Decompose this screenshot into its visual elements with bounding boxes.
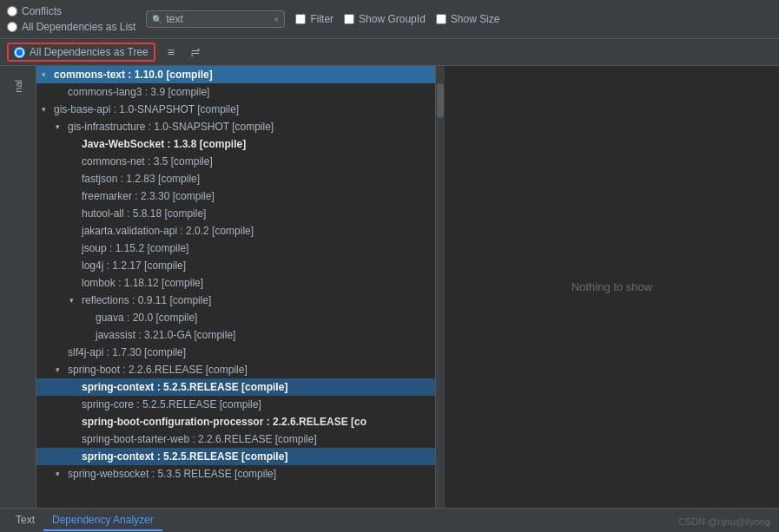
tree-item-label: guava : 20.0 [compile] xyxy=(96,312,197,324)
tree-item[interactable]: slf4j-api : 1.7.30 [compile] xyxy=(36,344,435,361)
tree-item[interactable]: spring-context : 5.2.5.RELEASE [compile] xyxy=(36,378,435,396)
sort-icon-button[interactable]: ≡ xyxy=(164,43,178,61)
tree-item-label: reflections : 0.9.11 [compile] xyxy=(82,294,211,306)
tree-item[interactable]: spring-context : 5.2.5.RELEASE [compile] xyxy=(36,448,435,465)
tree-item[interactable]: hutool-all : 5.8.18 [compile] xyxy=(36,205,435,222)
sidebar-vertical-label: nal xyxy=(13,80,23,93)
tree-arrow-icon: ▾ xyxy=(56,470,68,478)
tree-item-label: freemarker : 2.3.30 [compile] xyxy=(82,190,215,202)
filter-label: Filter xyxy=(310,13,333,25)
tree-item-label: commons-lang3 : 3.9 [compile] xyxy=(68,86,209,98)
show-size-checkbox[interactable] xyxy=(436,14,446,24)
tree-item-label: gis-infrastructure : 1.0-SNAPSHOT [compi… xyxy=(68,121,274,133)
tree-item[interactable]: jakarta.validation-api : 2.0.2 [compile] xyxy=(36,222,435,240)
tree-item-label: jakarta.validation-api : 2.0.2 [compile] xyxy=(82,225,254,237)
tree-item-label: spring-context : 5.2.5.RELEASE [compile] xyxy=(82,381,287,393)
tree-item[interactable]: spring-boot-starter-web : 2.2.6.RELEASE … xyxy=(36,430,435,448)
conflicts-label: Conflicts xyxy=(22,5,62,17)
watermark: CSDN @njnu@liyong xyxy=(678,516,770,527)
tree-item[interactable]: ▾spring-websocket : 5.3.5 RELEASE [compi… xyxy=(36,465,435,483)
tree-item-label: fastjson : 1.2.83 [compile] xyxy=(82,173,200,185)
all-deps-tree-radio[interactable] xyxy=(14,47,25,58)
search-input[interactable] xyxy=(166,13,270,25)
show-groupid-label: Show GroupId xyxy=(359,13,426,25)
tree-item-label: spring-core : 5.2.5.RELEASE [compile] xyxy=(82,398,261,410)
tree-item[interactable]: ▾commons-text : 1.10.0 [compile] xyxy=(36,66,435,83)
tree-item-label: jsoup : 1.15.2 [compile] xyxy=(82,242,188,254)
split-panel: ▾commons-text : 1.10.0 [compile]commons-… xyxy=(36,66,779,508)
empty-text: Nothing to show xyxy=(571,280,652,293)
tree-item[interactable]: freemarker : 2.3.30 [compile] xyxy=(36,187,435,205)
tree-arrow-icon: ▾ xyxy=(42,70,54,79)
bottom-tab-text[interactable]: Text xyxy=(7,510,43,531)
tree-arrow-icon: ▾ xyxy=(56,365,68,374)
detail-panel: Nothing to show xyxy=(445,66,779,508)
tree-item[interactable]: spring-boot-configuration-processor : 2.… xyxy=(36,413,435,430)
tree-item[interactable]: fastjson : 1.2.83 [compile] xyxy=(36,170,435,187)
tree-item[interactable]: ▾spring-boot : 2.2.6.RELEASE [compile] xyxy=(36,361,435,378)
right-scrollbar[interactable] xyxy=(436,66,445,508)
tree-item-label: spring-boot-configuration-processor : 2.… xyxy=(82,416,366,428)
show-size-checkbox-item[interactable]: Show Size xyxy=(436,13,500,25)
show-groupid-checkbox[interactable] xyxy=(344,14,354,24)
tree-item[interactable]: jsoup : 1.15.2 [compile] xyxy=(36,240,435,257)
search-clear-button[interactable]: × xyxy=(274,14,279,24)
filter-checkbox-item[interactable]: Filter xyxy=(295,13,333,25)
tree-item[interactable]: commons-lang3 : 3.9 [compile] xyxy=(36,83,435,101)
tree-item-label: spring-boot : 2.2.6.RELEASE [compile] xyxy=(68,364,248,376)
main-container: Conflicts All Dependencies as List 🔍 × F… xyxy=(0,0,779,532)
toolbar-row1: Conflicts All Dependencies as List 🔍 × F… xyxy=(0,0,779,39)
show-groupid-checkbox-item[interactable]: Show GroupId xyxy=(344,13,426,25)
left-sidebar: nal xyxy=(0,66,36,508)
tree-item[interactable]: javassist : 3.21.0-GA [compile] xyxy=(36,326,435,344)
tree-arrow-icon: ▾ xyxy=(56,122,68,131)
tree-item-label: javassist : 3.21.0-GA [compile] xyxy=(96,329,235,341)
tree-arrow-icon: ▾ xyxy=(69,296,82,305)
tree-item-label: hutool-all : 5.8.18 [compile] xyxy=(82,207,206,220)
sort-alt-icon: ≓ xyxy=(190,45,201,59)
all-deps-tree-label: All Dependencies as Tree xyxy=(30,46,149,58)
tree-item-label: slf4j-api : 1.7.30 [compile] xyxy=(68,346,186,358)
sort-alt-icon-button[interactable]: ≓ xyxy=(187,43,204,61)
tree-item-label: commons-net : 3.5 [compile] xyxy=(82,155,213,167)
filter-checkbox[interactable] xyxy=(295,14,306,24)
tree-item-label: commons-text : 1.10.0 [compile] xyxy=(54,69,213,81)
bottom-tab-dependency-analyzer[interactable]: Dependency Analyzer xyxy=(43,510,162,531)
tree-item[interactable]: guava : 20.0 [compile] xyxy=(36,309,435,326)
tree-item-label: spring-context : 5.2.5.RELEASE [compile] xyxy=(82,450,287,463)
search-icon: 🔍 xyxy=(152,15,162,24)
show-size-label: Show Size xyxy=(451,13,500,25)
radio-group: Conflicts All Dependencies as List xyxy=(7,5,135,33)
all-deps-tree-radio-highlighted[interactable]: All Dependencies as Tree xyxy=(7,43,155,62)
all-deps-list-radio[interactable]: All Dependencies as List xyxy=(7,21,135,33)
tree-item-label: log4j : 1.2.17 [compile] xyxy=(82,259,186,272)
tree-item[interactable]: ▾reflections : 0.9.11 [compile] xyxy=(36,292,435,309)
tree-arrow-icon: ▾ xyxy=(42,105,54,114)
scrollbar-thumb[interactable] xyxy=(437,83,444,118)
tree-item-label: spring-websocket : 5.3.5 RELEASE [compil… xyxy=(68,468,276,480)
tree-item[interactable]: ▾gis-infrastructure : 1.0-SNAPSHOT [comp… xyxy=(36,118,435,135)
sort-icon: ≡ xyxy=(168,45,175,59)
tree-item[interactable]: ▾gis-base-api : 1.0-SNAPSHOT [compile] xyxy=(36,101,435,118)
tree-item-label: gis-base-api : 1.0-SNAPSHOT [compile] xyxy=(54,103,239,115)
tree-item[interactable]: Java-WebSocket : 1.3.8 [compile] xyxy=(36,135,435,153)
conflicts-radio[interactable]: Conflicts xyxy=(7,5,135,17)
tree-item[interactable]: commons-net : 3.5 [compile] xyxy=(36,153,435,170)
checkbox-group: Filter Show GroupId Show Size xyxy=(295,13,499,25)
toolbar-row2: All Dependencies as Tree ≡ ≓ xyxy=(0,39,779,66)
tree-item-label: lombok : 1.18.12 [compile] xyxy=(82,277,203,289)
tree-item[interactable]: spring-core : 5.2.5.RELEASE [compile] xyxy=(36,396,435,413)
tree-item-label: spring-boot-starter-web : 2.2.6.RELEASE … xyxy=(82,433,317,445)
tree-panel[interactable]: ▾commons-text : 1.10.0 [compile]commons-… xyxy=(36,66,436,508)
tree-item[interactable]: log4j : 1.2.17 [compile] xyxy=(36,257,435,274)
content-area: nal ▾commons-text : 1.10.0 [compile]comm… xyxy=(0,66,779,508)
all-deps-list-label: All Dependencies as List xyxy=(22,21,135,33)
bottom-tabs: TextDependency Analyzer xyxy=(0,508,779,532)
tree-item-label: Java-WebSocket : 1.3.8 [compile] xyxy=(82,138,246,150)
search-box: 🔍 × xyxy=(146,10,285,28)
tree-item[interactable]: lombok : 1.18.12 [compile] xyxy=(36,274,435,292)
